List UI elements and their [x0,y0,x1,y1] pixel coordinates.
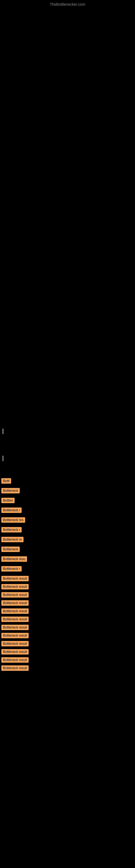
bottleneck-badge: Bottleneck result [1,641,29,646]
list-item: Bottleneck result [0,665,135,671]
list-item: Bottleneck result [0,600,135,606]
list-item: Bottleneck result [0,584,135,589]
bottleneck-badge: Bottleneck resu [1,556,27,562]
list-item: Bottleneck result [0,576,135,581]
bottleneck-badge: Bottleneck result [1,665,29,671]
list-item: Bottleneck resu [0,556,135,563]
list-item: Bottl [0,478,135,485]
list-item: Bottleneck r [0,527,135,533]
bottleneck-badge: Bottleneck r [1,527,21,532]
list-item: Bottleneck result [0,625,135,630]
list-item: Bottleneck [0,547,135,553]
bottleneck-badge: Bottleneck result [1,649,29,654]
list-item: Bottleneck result [0,641,135,646]
bottleneck-badge: Bottleneck result [1,625,29,630]
list-item: Bottleneck res [0,517,135,524]
list-item: Bottlen [0,498,135,504]
bottleneck-badge: Bottlen [1,498,14,503]
list-item: Bottleneck r [0,566,135,572]
site-title: TheBottlenecker.com [50,2,85,6]
bottleneck-badge: Bottleneck res [1,517,25,523]
bottleneck-badge: Bottleneck re [1,537,24,542]
list-item: Bottleneck r [0,507,135,514]
bottleneck-badge: Bottleneck result [1,633,29,638]
bottleneck-badge: Bottleneck [1,488,20,493]
list-item: Bottleneck re [0,537,135,543]
bottleneck-badge: Bottleneck result [1,584,29,589]
cursor-line-2 [3,456,3,461]
bottleneck-badge: Bottleneck result [1,657,29,663]
list-item: Bottleneck result [0,649,135,654]
list-item: Bottleneck result [0,617,135,622]
bottleneck-badge: Bottleneck [1,547,20,552]
list-item: Bottleneck result [0,633,135,638]
bottleneck-badge: Bottleneck r [1,507,21,513]
bottleneck-badge: Bottleneck result [1,592,29,597]
bottleneck-badge: Bottleneck result [1,617,29,622]
list-item: Bottleneck result [0,592,135,597]
items-container: BottlBottleneckBottlenBottleneck rBottle… [0,478,135,671]
bottleneck-badge: Bottl [1,478,11,484]
list-item: Bottleneck result [0,609,135,614]
list-item: Bottleneck [0,488,135,495]
list-item: Bottleneck result [0,657,135,663]
bottleneck-badge: Bottleneck result [1,576,29,581]
bottleneck-badge: Bottleneck r [1,566,21,571]
cursor-line [3,429,3,434]
content-area: BottlBottleneckBottlenBottleneck rBottle… [0,429,135,674]
bottleneck-badge: Bottleneck result [1,609,29,614]
bottleneck-badge: Bottleneck result [1,600,29,606]
